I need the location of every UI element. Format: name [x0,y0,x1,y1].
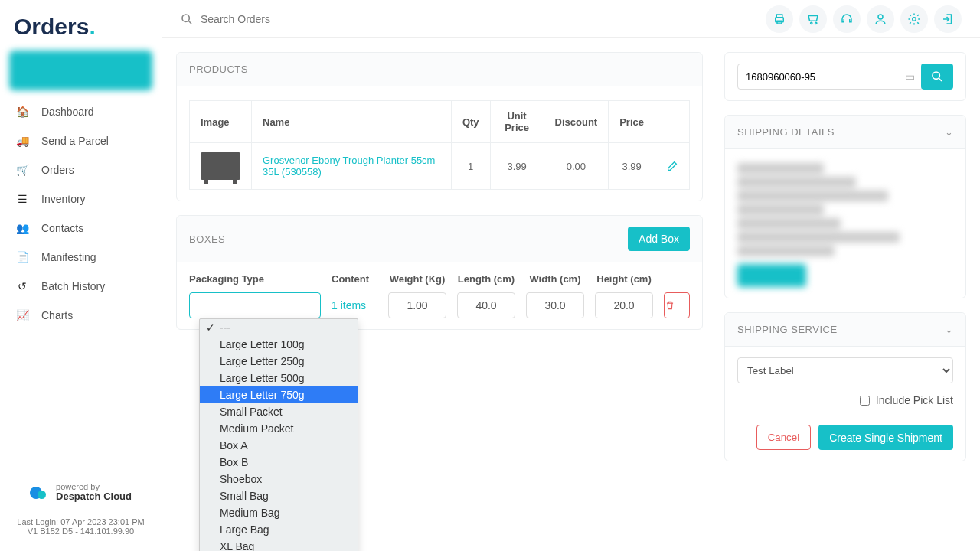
sidebar-item-dashboard[interactable]: 🏠Dashboard [9,98,152,126]
height-input[interactable] [595,292,653,318]
sidebar-item-orders[interactable]: 🛒Orders [9,156,152,184]
weight-input[interactable] [388,292,446,318]
truck-icon: 🚚 [14,135,31,147]
packaging-option[interactable]: Box B [200,454,358,471]
topbar-cart-button[interactable] [799,5,827,33]
doc-icon: 📄 [14,251,31,263]
svg-point-7 [878,15,883,19]
search-input[interactable] [201,13,400,25]
shipping-service-heading: SHIPPING SERVICE [737,324,838,335]
sidebar-item-label: Inventory [41,193,86,205]
packaging-option[interactable]: Shoebox [200,471,358,487]
sidebar-item-inventory[interactable]: ☰Inventory [9,185,152,213]
products-table: Image Name Qty Unit Price Discount Price [189,100,690,190]
topbar-logout-button[interactable] [934,5,962,33]
col-packaging: Packaging Type [189,273,321,285]
edit-product-button[interactable] [666,160,678,172]
col-content: Content [332,273,377,285]
width-input[interactable] [526,292,584,318]
packaging-type-dropdown[interactable]: ---Large Letter 100gLarge Letter 250gLar… [199,318,358,551]
cell-qty: 1 [451,143,490,190]
topbar-support-button[interactable] [833,5,861,33]
packaging-option[interactable]: --- [200,319,358,336]
svg-rect-3 [776,15,782,18]
length-input[interactable] [457,292,515,318]
col-name: Name [252,101,452,143]
packaging-option[interactable]: Medium Bag [200,504,358,521]
cell-price: 3.99 [609,143,655,190]
version: V1 B152 D5 - 141.101.99.90 [9,527,152,536]
col-qty: Qty [451,101,490,143]
packaging-option[interactable]: Box A [200,437,358,454]
svg-line-10 [939,78,942,81]
sidebar-item-label: Contacts [41,222,83,234]
topbar-print-button[interactable] [766,5,793,33]
chevron-down-icon[interactable]: ⌄ [945,126,954,138]
col-price: Price [609,101,655,143]
user-card[interactable] [9,51,152,90]
packaging-option[interactable]: Large Letter 250g [200,353,358,370]
despatch-cloud-logo [30,485,51,499]
boxes-heading: BOXES [189,233,225,245]
sidebar-item-manifesting[interactable]: 📄Manifesting [9,243,152,271]
create-shipment-button[interactable]: Create Single Shipment [818,425,953,450]
delete-box-button[interactable] [664,292,690,318]
col-unit-price: Unit Price [490,101,544,143]
col-width: Width (cm) [526,273,584,285]
sidebar-item-label: Manifesting [41,251,96,263]
packaging-option[interactable]: Large Letter 500g [200,370,358,386]
packaging-option[interactable]: Large Bag [200,521,358,538]
packaging-type-select[interactable] [189,292,321,318]
svg-point-6 [815,22,817,24]
product-name-link[interactable]: Grosvenor Ebony Trough Planter 55cm 35L … [263,155,435,178]
packaging-option[interactable]: Medium Packet [200,420,358,437]
sidebar-item-label: Charts [41,309,73,321]
sidebar-item-charts[interactable]: 📈Charts [9,302,152,329]
shipping-action-button[interactable] [737,264,806,287]
sidebar-item-label: Dashboard [41,106,94,118]
cancel-button[interactable]: Cancel [756,425,812,450]
packaging-option[interactable]: Large Letter 100g [200,336,358,353]
col-height: Height (cm) [595,273,653,285]
add-box-button[interactable]: Add Box [628,227,690,251]
cart-icon: 🛒 [14,164,31,176]
topbar-user-button[interactable] [867,5,894,33]
sidebar-item-label: Orders [41,164,74,176]
sidebar-item-contacts[interactable]: 👥Contacts [9,214,152,242]
sidebar-item-label: Batch History [41,280,105,292]
packaging-option[interactable]: XL Bag [200,538,358,551]
products-heading: PRODUCTS [189,64,248,75]
svg-line-1 [188,21,191,24]
sidebar-item-label: Send a Parcel [41,135,109,147]
table-row: Grosvenor Ebony Trough Planter 55cm 35L … [190,143,690,190]
sidebar-item-batch-history[interactable]: ↺Batch History [9,272,152,300]
users-icon: 👥 [14,222,31,234]
include-pick-list-label: Include Pick List [876,394,953,406]
svg-point-8 [913,17,916,21]
order-search-button[interactable] [921,64,953,90]
history-icon: ↺ [14,280,31,292]
svg-point-9 [933,72,939,79]
chevron-down-icon[interactable]: ⌄ [945,324,954,335]
packaging-option[interactable]: Large Letter 750g [200,386,358,403]
shipping-service-select[interactable]: Test Label [737,357,953,383]
svg-point-0 [182,15,189,21]
col-discount: Discount [544,101,609,143]
packaging-option[interactable]: Small Packet [200,403,358,420]
powered-by: powered byDespatch Cloud [9,482,152,502]
box-content-link[interactable]: 1 items [332,299,377,311]
sidebar-item-send-parcel[interactable]: 🚚Send a Parcel [9,127,152,155]
product-thumbnail [201,152,240,180]
col-image: Image [190,101,252,143]
shipping-details-panel: SHIPPING DETAILS⌄ [724,115,966,298]
order-search-input[interactable] [737,64,923,90]
packaging-option[interactable]: Small Bag [200,487,358,504]
order-search-panel: ▭ [724,52,966,101]
col-length: Length (cm) [457,273,515,285]
include-pick-list-checkbox[interactable] [860,396,870,406]
contact-card-icon: ▭ [905,70,915,83]
app-logo: Orders. [9,9,152,51]
shipping-details-heading: SHIPPING DETAILS [737,126,835,138]
topbar-settings-button[interactable] [900,5,928,33]
cell-discount: 0.00 [544,143,609,190]
